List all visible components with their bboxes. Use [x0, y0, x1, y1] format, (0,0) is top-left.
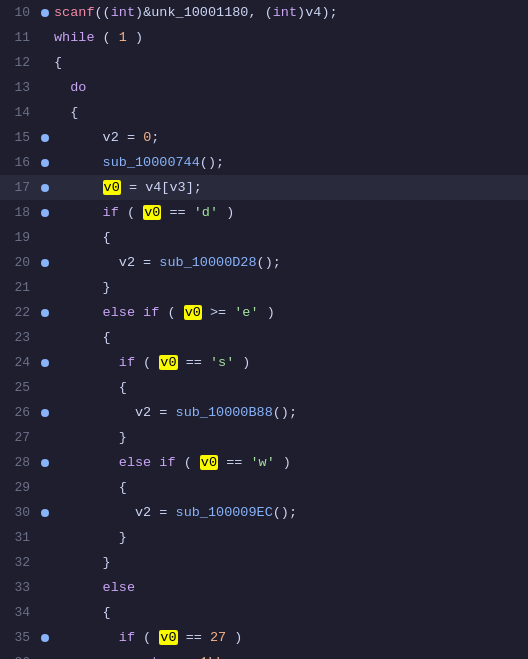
- dot-area-17[interactable]: [38, 184, 52, 192]
- line-num-16: 16: [0, 155, 38, 170]
- dot-area-26[interactable]: [38, 409, 52, 417]
- code-line-11: 11 while ( 1 ): [0, 25, 528, 50]
- breakpoint-22[interactable]: [41, 309, 49, 317]
- code-content-25: {: [52, 375, 528, 400]
- code-content-11: while ( 1 ): [52, 25, 528, 50]
- dot-area-18[interactable]: [38, 209, 52, 217]
- code-content-36: return -1LL;: [52, 650, 528, 659]
- code-content-27: }: [52, 425, 528, 450]
- dot-area-20[interactable]: [38, 259, 52, 267]
- code-line-28: 28 else if ( v0 == 'w' ): [0, 450, 528, 475]
- code-line-25: 25 {: [0, 375, 528, 400]
- code-content-26: v2 = sub_10000B88();: [52, 400, 528, 425]
- breakpoint-28[interactable]: [41, 459, 49, 467]
- highlight-v0-4: v0: [159, 355, 177, 370]
- line-num-22: 22: [0, 305, 38, 320]
- code-content-20: v2 = sub_10000D28();: [52, 250, 528, 275]
- code-content-17: v0 = v4[v3];: [52, 175, 528, 200]
- code-content-19: {: [52, 225, 528, 250]
- code-line-34: 34 {: [0, 600, 528, 625]
- line-num-14: 14: [0, 105, 38, 120]
- line-num-34: 34: [0, 605, 38, 620]
- dot-area-22[interactable]: [38, 309, 52, 317]
- dot-area-24[interactable]: [38, 359, 52, 367]
- line-num-31: 31: [0, 530, 38, 545]
- line-num-36: 36: [0, 655, 38, 659]
- line-num-29: 29: [0, 480, 38, 495]
- highlight-v0-1: v0: [103, 180, 121, 195]
- line-num-26: 26: [0, 405, 38, 420]
- dot-area-28[interactable]: [38, 459, 52, 467]
- code-line-14: 14 {: [0, 100, 528, 125]
- code-line-10: 10 scanf((int)&unk_10001180, (int)v4);: [0, 0, 528, 25]
- code-line-18: 18 if ( v0 == 'd' ): [0, 200, 528, 225]
- breakpoint-16[interactable]: [41, 159, 49, 167]
- line-num-35: 35: [0, 630, 38, 645]
- code-content-13: do: [52, 75, 528, 100]
- highlight-v0-2: v0: [143, 205, 161, 220]
- breakpoint-15[interactable]: [41, 134, 49, 142]
- code-line-30: 30 v2 = sub_100009EC();: [0, 500, 528, 525]
- line-num-27: 27: [0, 430, 38, 445]
- code-line-23: 23 {: [0, 325, 528, 350]
- code-content-23: {: [52, 325, 528, 350]
- code-line-21: 21 }: [0, 275, 528, 300]
- breakpoint-24[interactable]: [41, 359, 49, 367]
- code-line-24: 24 if ( v0 == 's' ): [0, 350, 528, 375]
- line-num-13: 13: [0, 80, 38, 95]
- code-line-26: 26 v2 = sub_10000B88();: [0, 400, 528, 425]
- code-content-10: scanf((int)&unk_10001180, (int)v4);: [52, 0, 528, 25]
- breakpoint-30[interactable]: [41, 509, 49, 517]
- line-num-12: 12: [0, 55, 38, 70]
- breakpoint-20[interactable]: [41, 259, 49, 267]
- line-num-24: 24: [0, 355, 38, 370]
- code-content-33: else: [52, 575, 528, 600]
- code-content-31: }: [52, 525, 528, 550]
- dot-area-16[interactable]: [38, 159, 52, 167]
- code-content-32: }: [52, 550, 528, 575]
- code-content-21: }: [52, 275, 528, 300]
- dot-area-10[interactable]: [38, 9, 52, 17]
- code-line-16: 16 sub_10000744();: [0, 150, 528, 175]
- line-num-25: 25: [0, 380, 38, 395]
- code-content-28: else if ( v0 == 'w' ): [52, 450, 528, 475]
- breakpoint-10[interactable]: [41, 9, 49, 17]
- line-num-19: 19: [0, 230, 38, 245]
- code-line-12: 12 {: [0, 50, 528, 75]
- code-line-36: 36 return -1LL;: [0, 650, 528, 659]
- dot-area-15[interactable]: [38, 134, 52, 142]
- code-line-31: 31 }: [0, 525, 528, 550]
- line-num-11: 11: [0, 30, 38, 45]
- code-content-18: if ( v0 == 'd' ): [52, 200, 528, 225]
- breakpoint-18[interactable]: [41, 209, 49, 217]
- line-num-30: 30: [0, 505, 38, 520]
- code-line-15: 15 v2 = 0;: [0, 125, 528, 150]
- highlight-v0-3: v0: [184, 305, 202, 320]
- line-num-10: 10: [0, 5, 38, 20]
- code-content-16: sub_10000744();: [52, 150, 528, 175]
- code-content-35: if ( v0 == 27 ): [52, 625, 528, 650]
- breakpoint-35[interactable]: [41, 634, 49, 642]
- code-line-17: 17 v0 = v4[v3];: [0, 175, 528, 200]
- dot-area-30[interactable]: [38, 509, 52, 517]
- dot-area-35[interactable]: [38, 634, 52, 642]
- line-num-21: 21: [0, 280, 38, 295]
- highlight-v0-5: v0: [200, 455, 218, 470]
- line-num-17: 17: [0, 180, 38, 195]
- breakpoint-26[interactable]: [41, 409, 49, 417]
- code-line-13: 13 do: [0, 75, 528, 100]
- code-content-15: v2 = 0;: [52, 125, 528, 150]
- code-line-35: 35 if ( v0 == 27 ): [0, 625, 528, 650]
- breakpoint-17[interactable]: [41, 184, 49, 192]
- line-num-33: 33: [0, 580, 38, 595]
- line-num-23: 23: [0, 330, 38, 345]
- code-content-14: {: [52, 100, 528, 125]
- code-line-22: 22 else if ( v0 >= 'e' ): [0, 300, 528, 325]
- code-line-33: 33 else: [0, 575, 528, 600]
- code-content-24: if ( v0 == 's' ): [52, 350, 528, 375]
- line-num-18: 18: [0, 205, 38, 220]
- code-content-34: {: [52, 600, 528, 625]
- code-content-12: {: [52, 50, 528, 75]
- code-line-32: 32 }: [0, 550, 528, 575]
- code-content-22: else if ( v0 >= 'e' ): [52, 300, 528, 325]
